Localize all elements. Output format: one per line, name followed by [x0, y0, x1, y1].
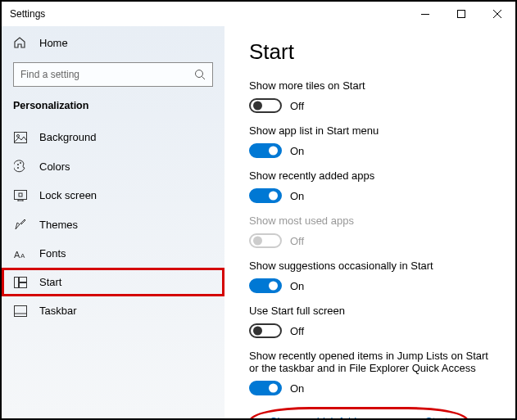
sidebar-item-label: Start	[39, 276, 61, 288]
svg-rect-17	[20, 277, 27, 282]
toggle-more-tiles[interactable]	[249, 98, 282, 113]
svg-rect-12	[18, 200, 23, 201]
setting-label: Show app list in Start menu	[249, 124, 497, 137]
section-label: Personalization	[2, 100, 224, 123]
svg-point-7	[17, 134, 20, 137]
home-icon	[13, 36, 28, 49]
search-input[interactable]: Find a setting	[13, 62, 213, 87]
svg-text:A: A	[14, 250, 20, 260]
toggle-state: On	[290, 280, 304, 292]
setting-label: Show recently added apps	[249, 169, 497, 182]
toggle-state: Off	[290, 100, 304, 112]
svg-rect-0	[421, 14, 429, 15]
toggle-recently-added[interactable]	[249, 188, 282, 203]
svg-rect-18	[20, 282, 27, 287]
svg-rect-11	[15, 190, 27, 199]
maximize-button[interactable]	[443, 2, 479, 26]
setting-recent-items: Show recently opened items in Jump Lists…	[249, 350, 497, 395]
toggle-app-list[interactable]	[249, 143, 282, 158]
sidebar: Home Find a setting Personalization Back…	[2, 26, 224, 418]
setting-fullscreen: Use Start full screen Off	[249, 305, 497, 338]
sidebar-item-label: Colors	[39, 160, 70, 173]
search-icon	[194, 69, 206, 80]
taskbar-icon	[13, 305, 28, 317]
search-placeholder: Find a setting	[20, 69, 79, 80]
toggle-suggestions[interactable]	[249, 278, 282, 293]
sidebar-item-taskbar[interactable]: Taskbar	[2, 296, 224, 325]
home-button[interactable]: Home	[2, 29, 224, 56]
fonts-icon: AA	[13, 248, 28, 260]
setting-app-list: Show app list in Start menu On	[249, 124, 497, 158]
svg-rect-19	[15, 305, 27, 316]
toggle-state: Off	[290, 235, 304, 247]
content-pane: Start Show more tiles on Start Off Show …	[224, 26, 515, 418]
titlebar: Settings	[2, 2, 515, 26]
sidebar-item-label: Lock screen	[39, 189, 97, 201]
svg-text:A: A	[20, 252, 25, 260]
home-label: Home	[39, 37, 68, 49]
link-highlight: Choose which folders appear on Start	[249, 407, 469, 418]
svg-rect-1	[458, 11, 465, 18]
svg-rect-16	[15, 277, 19, 287]
sidebar-item-fonts[interactable]: AA Fonts	[2, 239, 224, 268]
setting-most-used: Show most used apps Off	[249, 215, 497, 248]
sidebar-item-label: Themes	[39, 219, 78, 231]
close-button[interactable]	[479, 2, 515, 26]
toggle-state: On	[290, 382, 304, 395]
toggle-recent-items[interactable]	[249, 381, 282, 395]
page-title: Start	[249, 39, 497, 65]
choose-folders-link[interactable]: Choose which folders appear on Start	[270, 415, 448, 418]
svg-point-10	[17, 167, 19, 169]
setting-label: Use Start full screen	[249, 305, 497, 317]
themes-icon	[13, 218, 28, 231]
svg-point-8	[17, 164, 19, 165]
toggle-most-used	[249, 233, 282, 248]
palette-icon	[13, 160, 28, 173]
setting-label: Show more tiles on Start	[249, 79, 497, 92]
setting-more-tiles: Show more tiles on Start Off	[249, 79, 497, 113]
svg-point-9	[20, 162, 21, 164]
svg-rect-13	[19, 193, 22, 196]
setting-label: Show most used apps	[249, 215, 497, 227]
image-icon	[13, 132, 28, 143]
toggle-state: On	[290, 145, 304, 157]
setting-recently-added: Show recently added apps On	[249, 169, 497, 203]
sidebar-item-label: Background	[39, 131, 96, 143]
sidebar-item-start[interactable]: Start	[2, 268, 224, 296]
sidebar-item-label: Fonts	[39, 247, 66, 260]
setting-suggestions: Show suggestions occasionally in Start O…	[249, 260, 497, 293]
setting-label: Show suggestions occasionally in Start	[249, 260, 497, 272]
minimize-button[interactable]	[407, 2, 443, 26]
lock-screen-icon	[13, 190, 28, 201]
sidebar-item-colors[interactable]: Colors	[2, 151, 224, 181]
svg-line-5	[202, 77, 206, 80]
sidebar-item-label: Taskbar	[39, 305, 77, 317]
sidebar-item-background[interactable]: Background	[2, 123, 224, 151]
sidebar-item-themes[interactable]: Themes	[2, 210, 224, 239]
toggle-state: Off	[290, 325, 304, 337]
toggle-state: On	[290, 190, 304, 202]
sidebar-item-lockscreen[interactable]: Lock screen	[2, 181, 224, 210]
svg-point-4	[196, 70, 203, 78]
toggle-fullscreen[interactable]	[249, 323, 282, 338]
start-icon	[13, 277, 28, 288]
window-title: Settings	[10, 8, 45, 20]
setting-label: Show recently opened items in Jump Lists…	[249, 350, 497, 374]
